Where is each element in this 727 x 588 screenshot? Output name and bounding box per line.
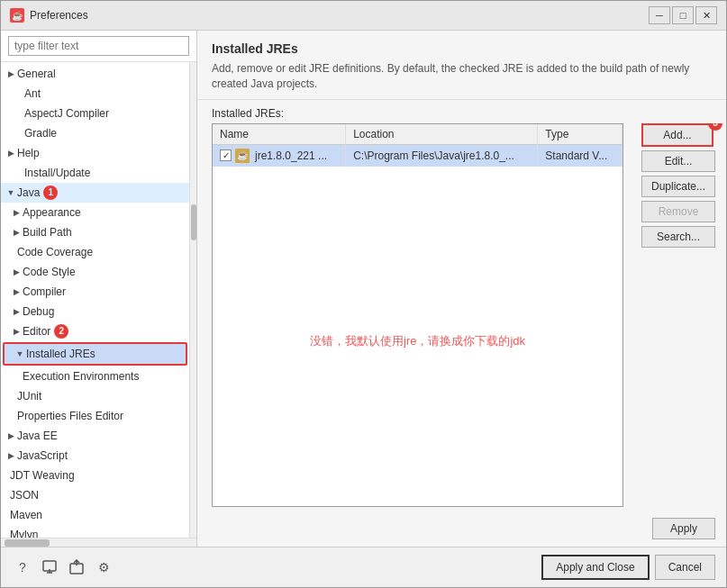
apply-row: Apply (197, 514, 726, 547)
panel-title: Installed JREs (212, 41, 712, 56)
window-controls: ─ □ ✕ (649, 6, 717, 24)
sidebar-item-label: JUnit (17, 388, 41, 404)
jre-section-label-wrap: Installed JREs: (197, 100, 726, 123)
jre-location: C:\Program Files\Java\jre1.8.0_... (346, 144, 538, 167)
sidebar-item-compiler[interactable]: ▶ Compiler (1, 282, 189, 302)
sidebar-item-label: Execution Environments (23, 368, 139, 384)
sidebar-item-gradle[interactable]: Gradle (1, 123, 189, 143)
expand-icon: ▶ (5, 430, 17, 442)
table-row[interactable]: ☕ jre1.8.0_221 ... C:\Program Files\Java… (213, 144, 622, 167)
expand-icon (17, 107, 24, 120)
apply-and-close-button[interactable]: Apply and Close (541, 555, 649, 580)
edit-button[interactable]: Edit... (641, 150, 715, 172)
sidebar-item-java[interactable]: ▼ Java 1 (1, 183, 189, 203)
sidebar-item-execution-env[interactable]: Execution Environments (1, 366, 189, 386)
col-header-type: Type (538, 124, 622, 145)
import-button[interactable] (39, 556, 60, 578)
chinese-note: 没错，我默认使用jre，请换成你下载的jdk (310, 333, 525, 349)
title-bar: ☕ Preferences ─ □ ✕ (1, 1, 726, 31)
window-title: Preferences (30, 9, 88, 22)
sidebar-item-label: JDT Weaving (10, 467, 75, 484)
expand-icon: ▶ (10, 266, 23, 278)
sidebar-item-code-style[interactable]: ▶ Code Style (1, 262, 189, 282)
sidebar-item-label: Mylyn (10, 527, 38, 538)
jre-section-label: Installed JREs: (212, 107, 284, 120)
jre-name-cell: ☕ jre1.8.0_221 ... (213, 144, 346, 167)
maximize-button[interactable]: □ (672, 6, 694, 24)
expand-icon: ▼ (14, 348, 26, 360)
search-button[interactable]: Search... (641, 226, 715, 248)
sidebar-item-aspectj[interactable]: AspectJ Compiler (1, 104, 189, 123)
horiz-scrollbar-thumb (5, 539, 50, 547)
sidebar-item-json[interactable]: JSON (1, 485, 189, 505)
sidebar-item-jdt-weaving[interactable]: JDT Weaving (1, 466, 189, 485)
jre-table-container: Name Location Type ☕ (212, 123, 623, 507)
import-icon (41, 559, 58, 575)
sidebar-item-install-update[interactable]: Install/Update (1, 163, 189, 183)
sidebar-item-label: Maven (10, 507, 42, 523)
sidebar-item-label: Java EE (17, 428, 58, 444)
sidebar-item-code-coverage[interactable]: Code Coverage (1, 242, 189, 262)
sidebar-item-junit[interactable]: JUnit (1, 386, 189, 406)
close-button[interactable]: ✕ (695, 6, 717, 24)
sidebar-item-javascript[interactable]: ▶ JavaScript (1, 446, 189, 466)
filter-input[interactable] (8, 36, 189, 56)
sidebar-item-label: General (17, 66, 56, 82)
remove-button[interactable]: Remove (641, 201, 715, 222)
sidebar-item-general[interactable]: ▶ General (1, 64, 189, 84)
expand-icon: ▶ (10, 325, 23, 338)
sidebar-item-appearance[interactable]: ▶ Appearance (1, 203, 189, 222)
jre-table: Name Location Type ☕ (213, 124, 622, 167)
sidebar-item-mylyn[interactable]: Mylyn (1, 525, 189, 538)
sidebar-item-label: Gradle (24, 125, 57, 141)
panel-header: Installed JREs Add, remove or edit JRE d… (197, 31, 726, 100)
sidebar-item-label: JSON (10, 487, 39, 503)
sidebar-item-java-ee[interactable]: ▶ Java EE (1, 426, 189, 446)
cancel-button[interactable]: Cancel (655, 555, 715, 580)
sidebar-item-label: AspectJ Compiler (24, 105, 109, 122)
jre-name: jre1.8.0_221 ... (255, 149, 327, 162)
sidebar-item-label: Properties Files Editor (17, 408, 123, 424)
sidebar-item-maven[interactable]: Maven (1, 505, 189, 525)
title-bar-left: ☕ Preferences (10, 8, 88, 23)
export-button[interactable] (66, 556, 87, 578)
sidebar: ▶ General Ant AspectJ Compiler (1, 31, 197, 547)
sidebar-item-build-path[interactable]: ▶ Build Path (1, 222, 189, 242)
sidebar-item-properties-files[interactable]: Properties Files Editor (1, 406, 189, 426)
editor-badge: 2 (54, 324, 68, 339)
bottom-bar: ? ⚙ Apply and Close Cancel (1, 547, 726, 587)
sidebar-item-debug[interactable]: ▶ Debug (1, 302, 189, 321)
settings-button[interactable]: ⚙ (93, 556, 114, 578)
expand-icon: ▶ (5, 147, 17, 159)
sidebar-item-label: Java (17, 185, 40, 201)
right-buttons: Add... 3 Edit... Duplicate... Remove Sea… (631, 123, 726, 507)
expand-icon: ▶ (10, 305, 23, 318)
export-icon (68, 559, 85, 575)
sidebar-scrollbar[interactable] (189, 62, 196, 538)
sidebar-item-ant[interactable]: Ant (1, 84, 189, 104)
content-area: ▶ General Ant AspectJ Compiler (1, 31, 726, 547)
java-badge: 1 (43, 185, 58, 200)
sidebar-tree: ▶ General Ant AspectJ Compiler (1, 62, 189, 538)
sidebar-item-help[interactable]: ▶ Help (1, 143, 189, 163)
expand-icon: ▶ (5, 449, 17, 462)
sidebar-item-label: Ant (24, 86, 41, 102)
duplicate-button[interactable]: Duplicate... (641, 176, 715, 197)
preferences-window: ☕ Preferences ─ □ ✕ ▶ General (0, 0, 727, 588)
sidebar-item-label: Debug (23, 303, 54, 320)
jre-icon: ☕ (235, 149, 250, 163)
jre-checkbox[interactable] (220, 149, 232, 161)
sidebar-item-label: Compiler (23, 284, 66, 300)
expand-icon: ▶ (5, 68, 17, 80)
help-button[interactable]: ? (12, 556, 33, 578)
expand-icon (17, 87, 24, 100)
expand-icon: ▶ (10, 226, 23, 239)
minimize-button[interactable]: ─ (649, 6, 670, 24)
sidebar-item-installed-jres[interactable]: ▼ Installed JREs (3, 342, 187, 366)
add-button[interactable]: Add... (641, 123, 713, 147)
apply-button[interactable]: Apply (652, 518, 715, 539)
col-header-name: Name (213, 124, 346, 145)
sidebar-item-editor[interactable]: ▶ Editor 2 (1, 321, 189, 341)
add-btn-wrap: Add... 3 (641, 123, 715, 147)
panel-description: Add, remove or edit JRE definitions. By … (212, 61, 712, 92)
